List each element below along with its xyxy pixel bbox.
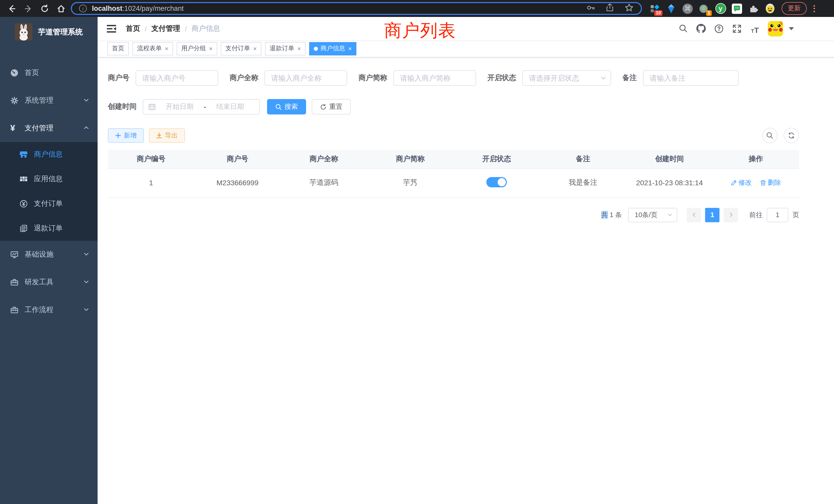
extension-chat-icon[interactable]: [731, 3, 743, 14]
page-size-select[interactable]: 10条/页: [628, 208, 677, 222]
full-name-input[interactable]: [264, 70, 347, 86]
close-icon[interactable]: ×: [348, 45, 352, 52]
sidebar-item-payment[interactable]: ¥ 支付管理: [0, 114, 97, 142]
show-search-button[interactable]: [762, 128, 777, 143]
col-status: 开启状态: [454, 150, 540, 168]
extension-badge: 10: [654, 10, 662, 16]
search-icon: [275, 104, 282, 110]
user-avatar[interactable]: [768, 21, 783, 36]
url-bar[interactable]: i localhost:1024/pay/merchant: [71, 2, 642, 15]
search-button[interactable]: 搜索: [267, 99, 306, 114]
export-button[interactable]: 导出: [149, 128, 185, 143]
start-date-placeholder: 开始日期: [156, 102, 204, 111]
fullscreen-icon[interactable]: [732, 23, 742, 33]
toolbox-icon: [10, 278, 19, 287]
col-full-name: 商户全称: [281, 150, 367, 168]
browser-menu-icon[interactable]: [811, 5, 817, 12]
annotation-title: 商户列表: [384, 19, 456, 43]
refresh-table-button[interactable]: [784, 128, 799, 143]
home-icon[interactable]: [57, 4, 66, 13]
password-key-icon[interactable]: [586, 3, 595, 14]
tab-home[interactable]: 首页: [107, 42, 129, 55]
tab-merchant-info[interactable]: 商户信息×: [309, 42, 356, 55]
header-search-icon[interactable]: [678, 23, 688, 33]
remark-input[interactable]: [643, 70, 739, 86]
next-page-button[interactable]: [724, 208, 738, 222]
tab-refund-order[interactable]: 退款订单×: [265, 42, 306, 55]
github-icon[interactable]: [696, 23, 706, 33]
font-size-icon[interactable]: TT: [750, 23, 760, 33]
monitor-icon: [10, 250, 19, 259]
avatar-dropdown-caret[interactable]: [789, 27, 794, 30]
status-select[interactable]: [522, 70, 611, 86]
sidebar-item-workflow[interactable]: 工作流程: [0, 296, 97, 324]
page-number-1[interactable]: 1: [705, 208, 720, 222]
extension-apps-icon[interactable]: 10: [649, 3, 660, 14]
sidebar-item-merchant-info[interactable]: 商户信息: [0, 142, 97, 167]
sidebar-item-home[interactable]: 首页: [0, 59, 97, 87]
browser-chrome: i localhost:1024/pay/merchant 10 ⌘ 1: [0, 0, 834, 17]
status-label: 开启状态: [487, 73, 522, 83]
close-icon[interactable]: ×: [165, 45, 169, 52]
sidebar-item-pay-order[interactable]: 支付订单: [0, 191, 97, 216]
profile-emoji-icon[interactable]: [764, 3, 775, 14]
date-range-picker[interactable]: 开始日期 - 结束日期: [143, 99, 260, 114]
merchant-no-input[interactable]: [136, 70, 218, 86]
breadcrumb-home[interactable]: 首页: [126, 24, 140, 33]
sidebar-item-refund-order[interactable]: 退款订单: [0, 216, 97, 241]
back-icon[interactable]: [7, 4, 17, 13]
sidebar-item-dev-tools[interactable]: 研发工具: [0, 269, 97, 296]
sidebar: 芋道管理系统 首页 系统管理 ¥ 支付管理: [0, 17, 97, 504]
merchant-table: 商户编号 商户号 商户全称 商户简称 开启状态 备注 创建时间 操作 1: [108, 150, 799, 197]
forward-icon[interactable]: [24, 4, 33, 13]
edit-link[interactable]: 修改: [731, 178, 752, 187]
delete-link[interactable]: 删除: [760, 178, 781, 187]
chevron-down-icon: [83, 250, 89, 259]
plus-icon: [115, 132, 121, 139]
sidebar-item-app-info[interactable]: 应用信息: [0, 167, 97, 191]
url-text[interactable]: localhost:1024/pay/merchant: [92, 5, 183, 12]
status-toggle[interactable]: [486, 177, 507, 187]
sidebar-collapse-icon[interactable]: [106, 23, 116, 33]
close-icon[interactable]: ×: [297, 45, 301, 52]
chevron-down-icon: [667, 212, 673, 217]
reset-button[interactable]: 重置: [312, 99, 351, 114]
breadcrumb: 首页 / 支付管理 / 商户信息: [126, 24, 220, 33]
col-actions: 操作: [713, 150, 799, 168]
tab-pay-order[interactable]: 支付订单×: [221, 42, 261, 55]
close-icon[interactable]: ×: [253, 45, 257, 52]
calendar-icon: [148, 103, 156, 110]
browser-update-button[interactable]: 更新: [782, 2, 807, 15]
col-remark: 备注: [540, 150, 627, 168]
share-icon[interactable]: [606, 3, 614, 14]
bookmark-star-icon[interactable]: [624, 3, 634, 14]
goto-page-input[interactable]: [767, 208, 788, 222]
tab-user-group[interactable]: 用户分组×: [177, 42, 217, 55]
sidebar-item-infrastructure[interactable]: 基础设施: [0, 241, 97, 269]
add-button[interactable]: 新增: [108, 128, 144, 143]
dashboard-icon: [10, 69, 19, 77]
reload-icon[interactable]: [40, 4, 49, 13]
chevron-up-icon: [83, 124, 89, 132]
close-icon[interactable]: ×: [209, 45, 213, 52]
shop-icon: [20, 151, 28, 159]
table-header-row: 商户编号 商户号 商户全称 商户简称 开启状态 备注 创建时间 操作: [108, 150, 799, 168]
help-icon[interactable]: [714, 23, 724, 33]
extension-tasks-icon[interactable]: 1: [698, 3, 710, 14]
extensions-puzzle-icon[interactable]: [748, 3, 759, 14]
site-info-icon[interactable]: i: [79, 5, 87, 12]
prev-page-button[interactable]: [687, 208, 701, 222]
cell-status: [454, 168, 540, 197]
app-logo-row[interactable]: 芋道管理系统: [0, 17, 97, 47]
extension-gem-icon[interactable]: [665, 3, 677, 14]
sidebar-item-system[interactable]: 系统管理: [0, 87, 97, 114]
extension-yudao-icon[interactable]: y: [715, 3, 726, 14]
breadcrumb-payment[interactable]: 支付管理: [152, 24, 180, 33]
tab-process-form[interactable]: 流程表单×: [132, 42, 173, 55]
cell-short-name: 芋艿: [367, 168, 454, 197]
short-name-input[interactable]: [393, 70, 476, 86]
chevron-down-icon: [83, 96, 89, 105]
extension-command-icon[interactable]: ⌘: [682, 3, 693, 14]
cell-merchant-id: 1: [108, 168, 194, 197]
active-dot: [314, 46, 318, 50]
